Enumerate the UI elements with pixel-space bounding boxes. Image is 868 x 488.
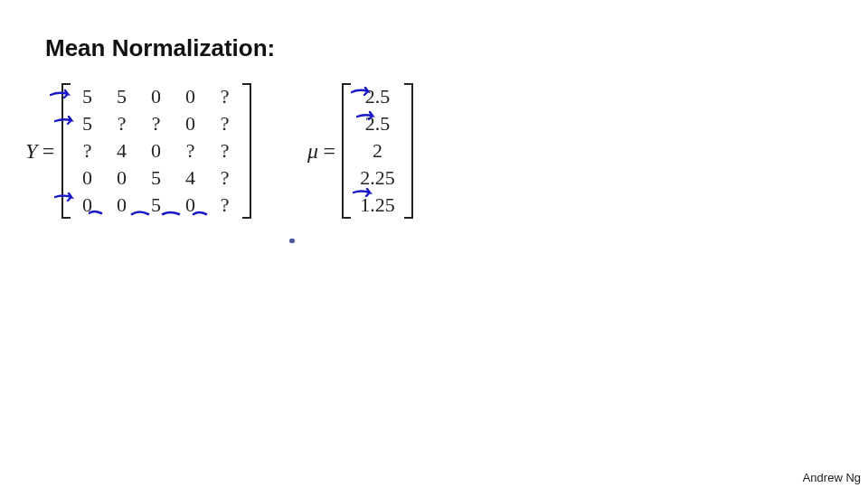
arrow-icon [50,88,75,100]
Y-matrix: 5 5 0 0 ? 5 ? ? 0 ? ? 4 0 ? ? 0 [61,81,251,221]
Y-matrix-table: 5 5 0 0 ? 5 ? ? 0 ? ? 4 0 ? ? 0 [71,83,242,219]
page-title: Mean Normalization: [45,34,275,62]
Y-cell: ? [208,164,242,192]
Y-cell: ? [208,137,242,164]
Y-cell: ? [139,110,174,137]
Y-cell: 0 [105,164,139,192]
author-credit: Andrew Ng [803,471,861,484]
table-row: 0 0 5 0 ? [71,192,242,219]
Y-cell: ? [174,137,208,164]
arrow-icon [54,114,78,127]
Y-cell: 5 [139,192,174,219]
Y-right-bracket [242,83,251,219]
mu-cell: 2 [351,137,404,164]
table-row: ? 4 0 ? ? [71,137,242,164]
Y-cell: 0 [139,83,174,110]
equals-sign: = [322,139,336,164]
mu-right-bracket [404,83,413,219]
Y-cell: 0 [105,192,139,219]
Y-cell: 0 [174,110,208,137]
table-row: 5 5 0 0 ? [71,83,242,110]
Y-cell: ? [208,83,242,110]
Y-cell: 5 [71,83,105,110]
equals-sign: = [41,139,55,164]
mu-symbol: μ [307,139,318,164]
Y-cell: 5 [139,164,174,192]
Y-cell: 0 [174,192,208,219]
Y-cell: ? [208,192,242,219]
Y-cell: 4 [174,164,208,192]
Y-cell: ? [208,110,242,137]
Y-cell: ? [105,110,139,137]
arrow-icon [351,85,374,98]
stray-mark [289,239,295,243]
mu-lhs: μ = [307,139,336,164]
table-row: 0 0 5 4 ? [71,164,242,192]
Y-lhs: Y = [25,139,56,164]
equation-mu: μ = 2.5 2.5 2 2.25 1.25 [307,81,413,221]
Y-cell: 0 [71,164,105,192]
mu-vector: 2.5 2.5 2 2.25 1.25 [342,81,413,221]
Y-symbol: Y [25,139,37,164]
arrow-icon [54,191,78,203]
arrow-icon [356,109,378,122]
Y-cell: 0 [174,83,208,110]
Y-cell: ? [71,137,105,164]
Y-cell: 5 [105,83,139,110]
mu-left-bracket [342,83,351,219]
table-row: 2 [351,137,404,164]
table-row: 5 ? ? 0 ? [71,110,242,137]
arrow-icon [353,186,376,199]
Y-cell: 0 [139,137,174,164]
Y-cell: 4 [105,137,139,164]
